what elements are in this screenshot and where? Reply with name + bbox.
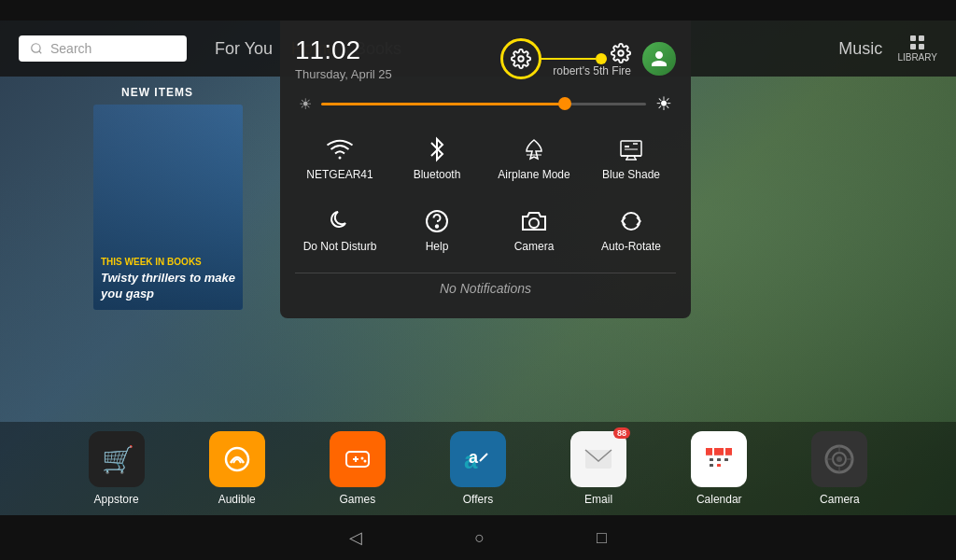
settings-annotated <box>500 38 541 79</box>
blueshade-icon <box>618 133 644 162</box>
svg-line-1 <box>39 51 42 54</box>
svg-point-8 <box>363 460 366 463</box>
library-button[interactable]: LIBRARY <box>897 35 937 63</box>
brightness-row: ☀ ☀ <box>295 92 676 115</box>
toggle-wifi[interactable]: NETGEAR41 <box>295 126 385 190</box>
airplane-label: Airplane Mode <box>498 168 569 183</box>
offers-label: Offers <box>463 493 493 506</box>
book-cover-main[interactable]: THIS WEEK IN BOOKS Twisty thrillers to m… <box>93 105 243 310</box>
back-button[interactable]: ◁ <box>349 527 362 548</box>
panel-right-section: robert's 5th Fire <box>500 38 676 79</box>
calendar-icon <box>691 431 747 487</box>
app-calendar[interactable]: Calendar <box>691 431 747 506</box>
profile-avatar[interactable] <box>642 42 676 76</box>
games-label: Games <box>340 493 376 506</box>
settings-plain-icon[interactable] <box>611 40 631 64</box>
svg-text:🛒: 🛒 <box>102 444 134 475</box>
camera-dock-icon <box>811 431 867 487</box>
tab-music[interactable]: Music <box>838 39 882 59</box>
appstore-icon: 🛒 <box>89 431 145 487</box>
nav-right: Music LIBRARY <box>838 35 937 63</box>
app-games[interactable]: Games <box>330 431 386 506</box>
svg-rect-32 <box>621 141 641 156</box>
toggle-camera[interactable]: Camera <box>489 198 579 262</box>
grid-icon <box>910 35 925 50</box>
toggle-help[interactable]: Help <box>392 198 482 262</box>
camera-panel-icon <box>520 205 548 234</box>
moon-icon <box>327 205 353 234</box>
svg-point-29 <box>519 56 525 62</box>
new-items-label: NEW ITEMS <box>121 86 193 99</box>
settings-circle-icon[interactable] <box>500 38 541 79</box>
svg-rect-17 <box>710 458 713 461</box>
help-label: Help <box>426 240 449 255</box>
svg-point-30 <box>618 50 624 56</box>
toggle-autorotate[interactable]: Auto-Rotate <box>586 198 676 262</box>
brightness-low-icon: ☀ <box>299 95 312 113</box>
bluetooth-label: Bluetooth <box>414 168 461 183</box>
search-label: Search <box>50 41 91 56</box>
offers-icon: a a <box>450 431 506 487</box>
app-audible[interactable]: Audible <box>209 431 265 506</box>
wifi-icon <box>326 133 354 162</box>
app-dock: 🛒 Appstore Audible <box>0 422 956 515</box>
email-icon: 88 <box>570 431 626 487</box>
book-title: Twisty thrillers to make you gasp <box>101 271 235 302</box>
app-camera[interactable]: Camera <box>811 431 867 506</box>
svg-rect-13 <box>706 448 732 455</box>
search-box[interactable]: Search <box>19 35 187 62</box>
toggle-bluetooth[interactable]: Bluetooth <box>392 126 482 190</box>
airplane-icon <box>521 133 547 162</box>
toggle-blueshade[interactable]: Blue Shade <box>586 126 676 190</box>
time-date-block: 11:02 Thursday, April 25 <box>295 35 392 81</box>
svg-text:a: a <box>469 448 479 467</box>
app-offers[interactable]: a a Offers <box>450 431 506 506</box>
games-icon <box>330 431 386 487</box>
svg-rect-18 <box>717 458 721 461</box>
email-badge: 88 <box>613 427 630 439</box>
book-week-label: THIS WEEK IN BOOKS <box>101 257 202 267</box>
recents-button[interactable]: □ <box>597 528 607 548</box>
appstore-label: Appstore <box>94 493 139 506</box>
device-name: robert's 5th Fire <box>553 64 631 77</box>
svg-rect-21 <box>717 464 721 467</box>
brightness-high-icon: ☀ <box>655 92 672 115</box>
svg-point-7 <box>360 457 363 460</box>
svg-point-0 <box>32 44 40 52</box>
bluetooth-icon <box>425 133 449 162</box>
svg-rect-20 <box>710 464 713 467</box>
help-icon <box>424 205 450 234</box>
wifi-label: NETGEAR41 <box>306 168 373 183</box>
slider-thumb <box>558 97 571 110</box>
overlay-panel: 11:02 Thursday, April 25 <box>280 21 691 318</box>
panel-date: Thursday, April 25 <box>295 67 392 81</box>
svg-rect-19 <box>724 458 728 461</box>
library-label: LIBRARY <box>897 52 937 63</box>
donotdisturb-label: Do Not Disturb <box>303 240 377 255</box>
audible-label: Audible <box>218 493 256 506</box>
audible-icon <box>209 431 265 487</box>
tab-foryou[interactable]: For You <box>215 39 273 59</box>
calendar-label: Calendar <box>696 493 742 506</box>
rotate-icon <box>618 205 644 234</box>
notifications-label: No Notifications <box>295 273 676 303</box>
app-email[interactable]: 88 Email <box>570 431 626 506</box>
camera-label: Camera <box>820 493 860 506</box>
panel-header: 11:02 Thursday, April 25 <box>295 35 676 81</box>
panel-time: 11:02 <box>295 35 392 65</box>
toggles-grid: NETGEAR41 Bluetooth Airplane Mode <box>295 126 676 261</box>
camera-toggle-label: Camera <box>514 240 555 255</box>
status-bar <box>0 0 956 21</box>
toggle-donotdisturb[interactable]: Do Not Disturb <box>295 198 385 262</box>
blueshade-label: Blue Shade <box>602 168 660 183</box>
svg-point-41 <box>529 218 539 228</box>
app-appstore[interactable]: 🛒 Appstore <box>89 431 145 506</box>
home-button[interactable]: ○ <box>474 528 485 548</box>
brightness-slider[interactable] <box>321 103 646 105</box>
autorotate-label: Auto-Rotate <box>601 240 661 255</box>
svg-point-40 <box>436 225 438 227</box>
toggle-airplane[interactable]: Airplane Mode <box>489 126 579 190</box>
svg-point-24 <box>836 456 842 462</box>
bottom-nav: ◁ ○ □ <box>0 515 956 560</box>
email-label: Email <box>584 493 612 506</box>
